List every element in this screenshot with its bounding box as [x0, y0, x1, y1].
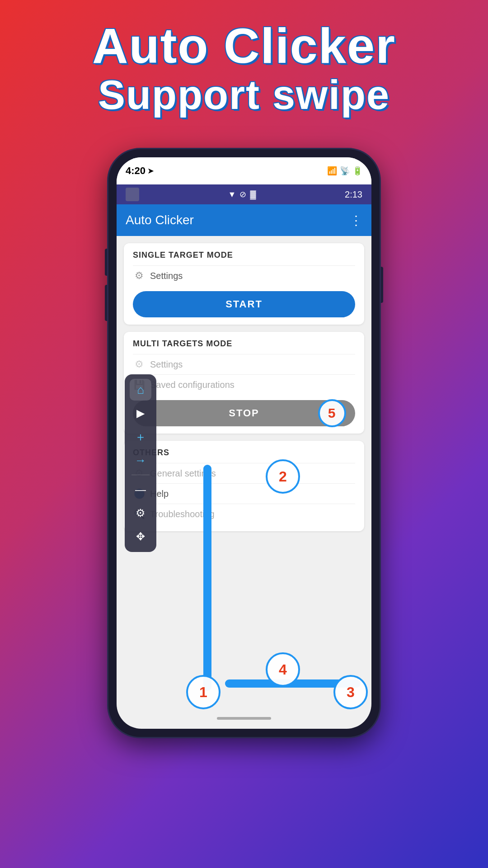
side-play-button[interactable]: ▶ [130, 402, 151, 424]
side-home-button[interactable]: ⌂ [130, 379, 151, 401]
phone-mockup: 4:20 ➤ 📶 📡 🔋 ▼ ⊘ ▓ 2:13 Auto Clicker ⋮ [108, 149, 380, 737]
side-move-button[interactable]: ✥ [130, 526, 151, 547]
overflow-menu-icon[interactable]: ⋮ [350, 213, 362, 228]
swipe-point-2: 2 [266, 459, 300, 494]
wifi-status-icon: ▼ [228, 190, 236, 199]
swipe-point-3: 3 [333, 675, 368, 709]
general-settings-row[interactable]: ⚙ General settings [133, 463, 355, 483]
single-settings-row[interactable]: ⚙ Settings [133, 265, 355, 286]
multi-target-card: MULTI TARGETS MODE ⚙ Settings 💾 Saved co… [124, 332, 364, 434]
status-bar: 4:20 ➤ 📶 📡 🔋 [117, 157, 371, 184]
photo-notification-icon [126, 188, 139, 201]
multi-settings-row[interactable]: ⚙ Settings [133, 354, 355, 374]
home-icon: ⌂ [137, 383, 144, 397]
side-settings-button[interactable]: ⚙ [130, 502, 151, 524]
wifi-icon: 📡 [340, 166, 350, 176]
swipe-line-vertical [203, 465, 211, 691]
header-text-area: Auto Clicker Support swipe [0, 18, 488, 118]
side-add-button[interactable]: ＋ [130, 426, 151, 448]
status-icons: 📶 📡 🔋 [327, 166, 362, 176]
arrow-icon: → [135, 453, 146, 467]
play-icon: ▶ [136, 407, 145, 420]
multi-settings-label: Settings [150, 359, 183, 370]
toolbar-divider [131, 475, 150, 475]
toolbar-title: Auto Clicker [126, 213, 350, 227]
single-settings-label: Settings [150, 271, 183, 281]
others-card: OTHERS ⚙ General settings 🔵 Help 🔍 [124, 441, 364, 531]
side-minus-button[interactable]: — [130, 479, 151, 500]
help-row[interactable]: 🔵 Help [133, 483, 355, 504]
multi-target-title: MULTI TARGETS MODE [133, 339, 355, 349]
single-target-card: SINGLE TARGET MODE ⚙ Settings START [124, 243, 364, 325]
minus-icon: — [135, 483, 146, 496]
side-arrow-button[interactable]: → [130, 449, 151, 471]
add-icon: ＋ [135, 429, 146, 445]
app-title: Auto Clicker [0, 18, 488, 73]
saved-configs-row[interactable]: 💾 Saved configurations [133, 374, 355, 395]
others-title: OTHERS [133, 448, 355, 458]
stop-button[interactable]: STOP 5 [133, 400, 355, 426]
swipe-point-1: 1 [186, 675, 221, 709]
app-toolbar: Auto Clicker ⋮ [117, 204, 371, 236]
single-target-title: SINGLE TARGET MODE [133, 250, 355, 260]
notification-bar: ▼ ⊘ ▓ 2:13 [117, 184, 371, 204]
settings-icon-multi: ⚙ [133, 358, 145, 371]
saved-configs-label: Saved configurations [150, 380, 235, 390]
status-time: 4:20 [126, 165, 145, 177]
move-icon: ✥ [136, 530, 145, 543]
home-indicator [217, 717, 271, 720]
settings-icon: ⚙ [136, 507, 145, 519]
vol-down-button [105, 285, 108, 321]
swipe-point-4: 4 [266, 652, 300, 687]
battery-icon: 🔋 [352, 166, 362, 176]
settings-icon-single: ⚙ [133, 269, 145, 282]
battery-status-icon: ▓ [250, 190, 256, 199]
start-button[interactable]: START [133, 291, 355, 317]
phone-screen: 4:20 ➤ 📶 📡 🔋 ▼ ⊘ ▓ 2:13 Auto Clicker ⋮ [117, 157, 371, 729]
status-time-2: 2:13 [345, 189, 362, 200]
side-toolbar: ⌂ ▶ ＋ → — ⚙ ✥ [125, 374, 156, 552]
location-icon: ➤ [147, 166, 154, 176]
no-signal-icon: ⊘ [239, 189, 246, 199]
signal-icon: 📶 [327, 166, 337, 176]
troubleshooting-row[interactable]: 🔍 Troubleshooting [133, 504, 355, 524]
vol-up-button [105, 249, 108, 276]
power-button [380, 267, 383, 303]
app-subtitle: Support swipe [0, 73, 488, 118]
number-5-badge: 5 [318, 399, 346, 427]
